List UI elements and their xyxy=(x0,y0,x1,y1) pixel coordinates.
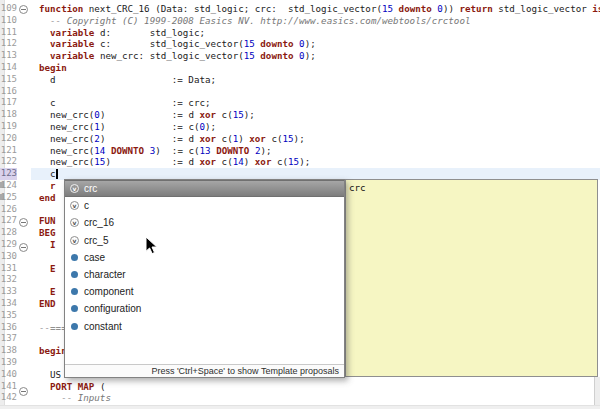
window-bottom-edge xyxy=(0,405,600,409)
code-line[interactable]: new_crc(15) := d xor c(14) xor c(15); xyxy=(39,156,600,168)
variable-icon: v xyxy=(70,184,79,193)
completion-item-label: crc_16 xyxy=(84,217,114,228)
variable-icon: v xyxy=(70,201,79,210)
completion-item[interactable]: case xyxy=(65,249,344,266)
line-number-gutter: 1081091101111121131141151161171181191201… xyxy=(0,0,17,409)
line-number: 134 xyxy=(0,298,17,310)
completion-item-label: case xyxy=(84,252,105,263)
line-number: 121 xyxy=(0,145,17,157)
tooltip-text: crc xyxy=(349,182,366,193)
line-number: 125 xyxy=(0,192,17,204)
keyword-icon xyxy=(71,288,78,295)
code-line[interactable]: function next_CRC_16 (Data: std_logic; c… xyxy=(39,3,600,15)
completion-item[interactable]: configuration xyxy=(65,300,344,317)
line-number: 127 xyxy=(0,215,17,227)
completion-item-label: crc xyxy=(84,183,97,194)
fold-collapse-icon[interactable] xyxy=(19,243,28,252)
line-number: 142 xyxy=(0,392,17,404)
code-line[interactable] xyxy=(39,86,600,98)
code-line[interactable]: new_crc(1) := c(0); xyxy=(39,121,600,133)
line-number: 119 xyxy=(0,121,17,133)
code-line[interactable]: PORT MAP ( xyxy=(39,381,600,393)
line-number: 136 xyxy=(0,322,17,334)
completion-item-label: component xyxy=(84,286,133,297)
line-number: 112 xyxy=(0,38,17,50)
line-number: 111 xyxy=(0,27,17,39)
completion-item-label: crc_5 xyxy=(84,235,108,246)
line-number: 126 xyxy=(0,204,17,216)
line-number: 141 xyxy=(0,381,17,393)
line-number: 132 xyxy=(0,274,17,286)
line-number: 129 xyxy=(0,239,17,251)
line-number: 122 xyxy=(0,156,17,168)
line-number: 109 xyxy=(0,3,17,15)
completion-item[interactable]: vcrc_5 xyxy=(65,232,344,249)
completion-item-label: character xyxy=(84,269,126,280)
completion-item[interactable]: constant xyxy=(65,318,344,335)
line-number: 137 xyxy=(0,333,17,345)
keyword-icon xyxy=(71,271,78,278)
line-number: 124 xyxy=(0,180,17,192)
mouse-cursor xyxy=(145,236,158,255)
completion-list: vcrcvcvcrc_16vcrc_5casecharactercomponen… xyxy=(65,180,344,335)
code-line[interactable]: variable new_crc: std_logic_vector(15 do… xyxy=(39,50,600,62)
line-number: 114 xyxy=(0,62,17,74)
line-number: 128 xyxy=(0,227,17,239)
line-number: 120 xyxy=(0,133,17,145)
variable-icon: v xyxy=(70,218,79,227)
keyword-icon xyxy=(71,323,78,330)
code-line[interactable]: variable d: std_logic; xyxy=(39,27,600,39)
fold-collapse-icon[interactable] xyxy=(19,218,28,227)
text-caret xyxy=(56,169,58,179)
content-assist-popup: vcrcvcvcrc_16vcrc_5casecharactercomponen… xyxy=(64,179,345,378)
code-line[interactable]: c := crc; xyxy=(39,97,600,109)
vhdl-editor-window: 1081091101111121131141151161171181191201… xyxy=(0,0,600,409)
variable-icon: v xyxy=(70,236,79,245)
completion-tooltip: crc xyxy=(345,179,598,377)
code-line[interactable]: new_crc(0) := d xor c(15); xyxy=(39,109,600,121)
line-number: 123 xyxy=(0,168,17,180)
fold-gutter xyxy=(17,0,31,409)
line-number: 110 xyxy=(0,15,17,27)
completion-item[interactable]: vcrc_16 xyxy=(65,214,344,231)
code-line[interactable]: -- Inputs xyxy=(39,392,600,404)
line-number: 131 xyxy=(0,263,17,275)
line-number: 115 xyxy=(0,74,17,86)
line-number: 116 xyxy=(0,86,17,98)
keyword-icon xyxy=(71,305,78,312)
line-number: 138 xyxy=(0,345,17,357)
fold-collapse-icon[interactable] xyxy=(19,387,28,396)
code-line[interactable]: d := Data; xyxy=(39,74,600,86)
completion-item-label: constant xyxy=(84,321,122,332)
code-line[interactable]: new_crc(2) := d xor c(1) xor c(15); xyxy=(39,133,600,145)
completion-item[interactable]: vc xyxy=(65,197,344,214)
completion-item[interactable]: component xyxy=(65,283,344,300)
line-number: 139 xyxy=(0,357,17,369)
code-line[interactable]: -- Copyright (C) 1999-2008 Easics NV. ht… xyxy=(39,15,600,27)
completion-item[interactable]: character xyxy=(65,266,344,283)
completion-item-label: configuration xyxy=(84,303,141,314)
line-number: 135 xyxy=(0,310,17,322)
line-number: 140 xyxy=(0,369,17,381)
code-line[interactable]: new_crc(14 DOWNTO 3) := c(13 DOWNTO 2); xyxy=(39,145,600,157)
line-number: 117 xyxy=(0,97,17,109)
line-number: 130 xyxy=(0,251,17,263)
completion-item-label: c xyxy=(84,200,89,211)
code-line[interactable]: variable c: std_logic_vector(15 downto 0… xyxy=(39,38,600,50)
completion-item[interactable]: vcrc xyxy=(65,180,344,197)
keyword-icon xyxy=(71,254,78,261)
line-number: 133 xyxy=(0,286,17,298)
code-line[interactable]: begin xyxy=(39,62,600,74)
fold-collapse-icon[interactable] xyxy=(19,5,28,14)
line-number: 118 xyxy=(0,109,17,121)
completion-status-bar: Press 'Ctrl+Space' to show Template prop… xyxy=(65,364,344,377)
line-number: 113 xyxy=(0,50,17,62)
